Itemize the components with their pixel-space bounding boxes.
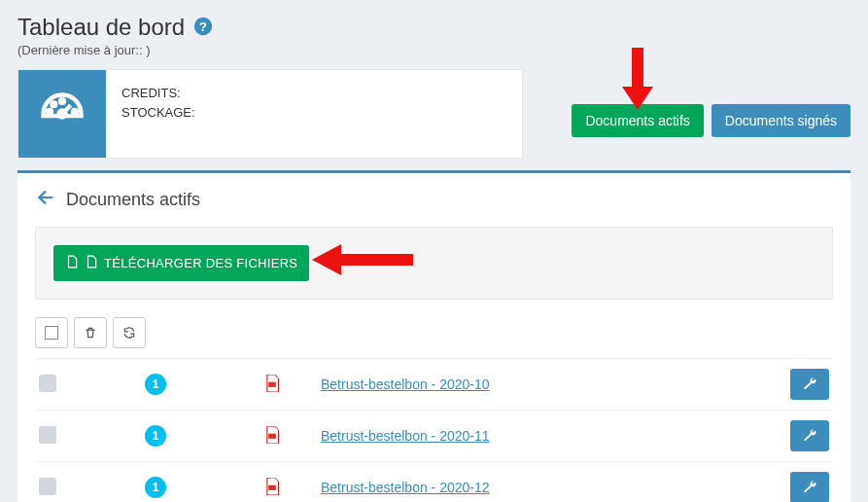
list-toolbar <box>35 317 833 348</box>
pdf-file-icon <box>264 379 280 395</box>
storage-label: STOCKAGE: <box>122 103 195 123</box>
upload-well: TÉLÉCHARGER DES FICHIERS <box>35 227 833 300</box>
svg-point-5 <box>52 102 55 106</box>
table-row: 1 Betrust-bestelbon - 2020-10 <box>35 358 833 410</box>
delete-button[interactable] <box>74 317 107 348</box>
svg-marker-11 <box>312 244 341 275</box>
row-checkbox[interactable] <box>39 478 56 495</box>
count-badge: 1 <box>145 477 166 498</box>
svg-point-6 <box>60 99 64 103</box>
documents-signed-button[interactable]: Documents signés <box>712 104 851 137</box>
word-icon <box>85 255 98 271</box>
row-checkbox[interactable] <box>39 375 56 392</box>
document-link[interactable]: Betrust-bestelbon - 2020-10 <box>321 376 490 392</box>
table-row: 1 Betrust-bestelbon - 2020-11 <box>35 410 833 461</box>
page-subtitle: (Dernière mise à jour:: ) <box>17 43 851 57</box>
svg-rect-14 <box>268 484 276 489</box>
upload-files-button[interactable]: TÉLÉCHARGER DES FICHIERS <box>53 245 309 281</box>
page-header: Tableau de bord ? (Dernière mise à jour:… <box>0 0 868 65</box>
page-title: Tableau de bord <box>17 14 185 41</box>
document-link[interactable]: Betrust-bestelbon - 2020-12 <box>321 480 490 495</box>
annotation-arrow-left <box>308 241 415 281</box>
dashboard-icon <box>18 70 106 158</box>
row-settings-button[interactable] <box>790 420 829 451</box>
count-badge: 1 <box>145 425 166 447</box>
active-documents-panel: Documents actifs TÉLÉCHARGER DES FICHIER… <box>17 170 851 502</box>
svg-rect-13 <box>268 433 276 438</box>
back-arrow-icon[interactable] <box>35 187 56 213</box>
document-link[interactable]: Betrust-bestelbon - 2020-11 <box>321 428 490 444</box>
svg-point-4 <box>48 110 52 114</box>
square-icon <box>45 326 58 340</box>
table-row: 1 Betrust-bestelbon - 2020-12 <box>35 461 833 502</box>
credits-box: CREDITS: STOCKAGE: <box>17 69 523 159</box>
svg-line-3 <box>62 105 71 114</box>
select-all-button[interactable] <box>35 317 68 348</box>
help-icon[interactable]: ? <box>192 16 214 40</box>
panel-title: Documents actifs <box>66 190 200 210</box>
row-settings-button[interactable] <box>790 472 829 502</box>
wrench-icon <box>802 376 817 392</box>
svg-point-7 <box>73 110 77 114</box>
wrench-icon <box>802 480 817 495</box>
documents-signed-label: Documents signés <box>725 113 837 128</box>
pdf-icon <box>65 255 79 271</box>
upload-label: TÉLÉCHARGER DES FICHIERS <box>104 256 297 270</box>
credits-label: CREDITS: <box>122 84 195 103</box>
pdf-file-icon <box>264 483 280 498</box>
count-badge: 1 <box>145 374 166 395</box>
wrench-icon <box>802 428 817 444</box>
documents-active-button[interactable]: Documents actifs <box>572 104 703 137</box>
svg-rect-12 <box>268 381 276 386</box>
trash-icon <box>84 326 97 340</box>
documents-active-label: Documents actifs <box>585 113 689 128</box>
svg-text:?: ? <box>199 18 207 33</box>
refresh-button[interactable] <box>113 317 146 348</box>
pdf-file-icon <box>264 431 280 447</box>
row-settings-button[interactable] <box>790 369 829 400</box>
row-checkbox[interactable] <box>39 426 56 444</box>
refresh-icon <box>122 326 136 340</box>
